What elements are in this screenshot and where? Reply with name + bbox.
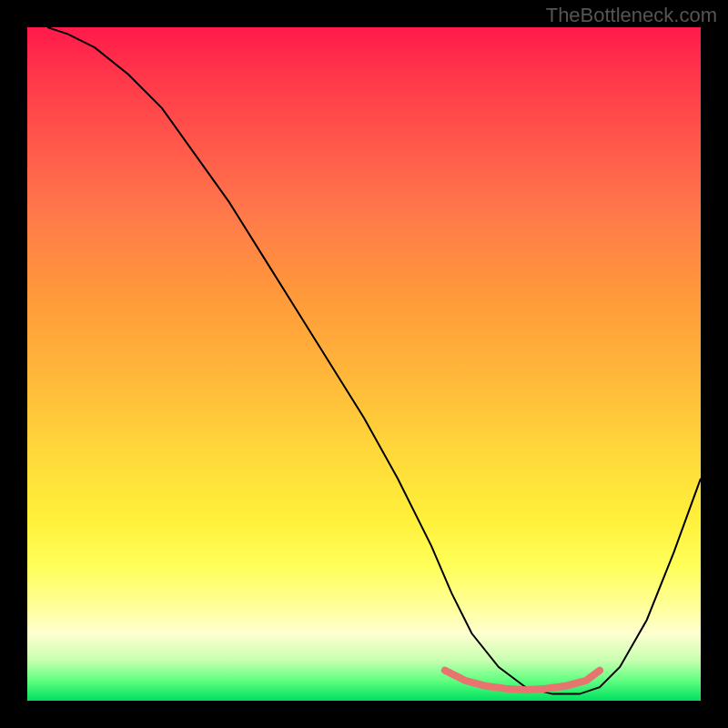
chart-svg xyxy=(27,27,701,701)
chart-plot-area xyxy=(27,27,701,701)
bottleneck-curve xyxy=(47,27,701,694)
optimal-range-band xyxy=(445,671,600,691)
watermark-text: TheBottleneck.com xyxy=(546,4,717,27)
